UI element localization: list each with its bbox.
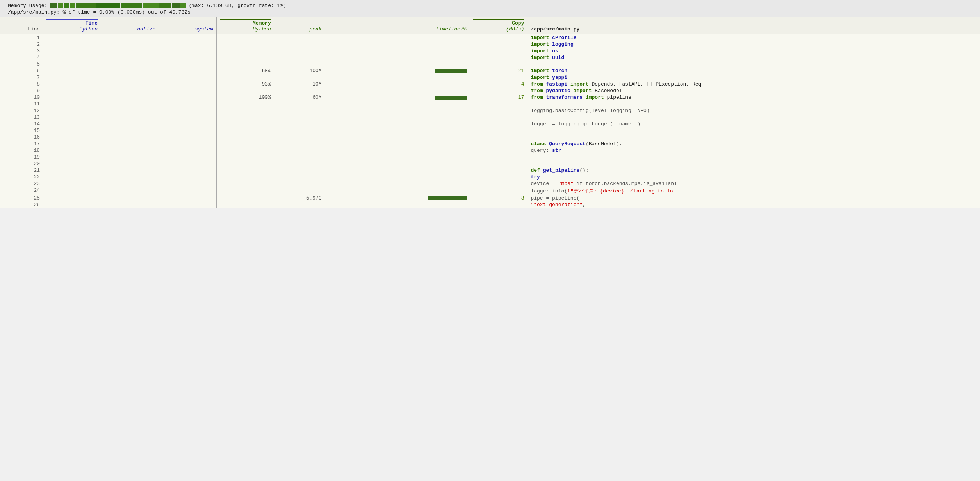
- system: [159, 81, 216, 87]
- copy: [470, 187, 527, 195]
- table-row: 7import yappi: [0, 74, 980, 81]
- time-python: [43, 81, 101, 87]
- native: [101, 34, 159, 41]
- copy: [470, 134, 527, 141]
- peak: [274, 180, 325, 187]
- system: [159, 74, 216, 81]
- memory-max-label: (max: 6.139 GB, growth rate: 1%): [189, 3, 286, 9]
- table-row: 255.97G8 pipe = pipeline(: [0, 195, 980, 201]
- line-number: 8: [0, 81, 43, 87]
- copy: [470, 147, 527, 154]
- native: [101, 201, 159, 208]
- system: [159, 180, 216, 187]
- native: [101, 94, 159, 101]
- code: [527, 154, 980, 160]
- mem-python: 93%: [216, 81, 274, 87]
- time-python: [43, 195, 101, 201]
- line-number: 1: [0, 34, 43, 41]
- copy: [470, 34, 527, 41]
- table-row: 16: [0, 134, 980, 141]
- line-number: 12: [0, 107, 43, 114]
- time-python: [43, 107, 101, 114]
- native: [101, 68, 159, 74]
- time-python: [43, 180, 101, 187]
- time-python: [43, 41, 101, 48]
- system: [159, 174, 216, 180]
- peak: [274, 134, 325, 141]
- mem-python: [216, 48, 274, 54]
- line-number: 23: [0, 180, 43, 187]
- line-number: 18: [0, 147, 43, 154]
- timeline: [325, 195, 470, 201]
- table-row: 1import cProfile: [0, 34, 980, 41]
- mem-python: [216, 180, 274, 187]
- table-row: 22 try:: [0, 174, 980, 180]
- native: [101, 114, 159, 121]
- mem-python: [216, 107, 274, 114]
- line-number: 5: [0, 61, 43, 68]
- timeline: [325, 87, 470, 94]
- time-python: [43, 74, 101, 81]
- code: pipe = pipeline(: [527, 195, 980, 201]
- code: import torch: [527, 68, 980, 74]
- system: [159, 167, 216, 174]
- native: [101, 107, 159, 114]
- peak: [274, 87, 325, 94]
- system: [159, 34, 216, 41]
- table-row: 17class QueryRequest(BaseModel):: [0, 141, 980, 147]
- line-number: 7: [0, 74, 43, 81]
- time-python: [43, 61, 101, 68]
- timeline: [325, 160, 470, 167]
- mem-python: [216, 195, 274, 201]
- timeline: [325, 68, 470, 74]
- table-row: 12logging.basicConfig(level=logging.INFO…: [0, 107, 980, 114]
- peak: [274, 41, 325, 48]
- mem-python: [216, 127, 274, 134]
- code: "text-generation",: [527, 201, 980, 208]
- peak: [274, 74, 325, 81]
- line-number: 4: [0, 54, 43, 61]
- code: import logging: [527, 41, 980, 48]
- col-header-memory-python: Memory Python: [216, 17, 274, 34]
- native: [101, 187, 159, 195]
- code: from transformers import pipeline: [527, 94, 980, 101]
- table-row: 11: [0, 101, 980, 107]
- native: [101, 154, 159, 160]
- copy: [470, 174, 527, 180]
- table-row: 18 query: str: [0, 147, 980, 154]
- timeline: [325, 114, 470, 121]
- native: [101, 81, 159, 87]
- timeline: [325, 167, 470, 174]
- line-number: 19: [0, 154, 43, 160]
- line-number: 15: [0, 127, 43, 134]
- system: [159, 201, 216, 208]
- code: import cProfile: [527, 34, 980, 41]
- memory-usage-line: Memory usage: (max: 6.139 GB, growth rat…: [8, 2, 972, 9]
- time-python: [43, 87, 101, 94]
- native: [101, 147, 159, 154]
- timeline: [325, 187, 470, 195]
- native: [101, 127, 159, 134]
- timeline: [325, 121, 470, 127]
- table-row: 13: [0, 114, 980, 121]
- copy: [470, 154, 527, 160]
- peak: [274, 61, 325, 68]
- timeline: [325, 61, 470, 68]
- peak: [274, 101, 325, 107]
- native: [101, 74, 159, 81]
- native: [101, 87, 159, 94]
- peak: 100M: [274, 68, 325, 74]
- table-row: 26 "text-generation",: [0, 201, 980, 208]
- line-number: 3: [0, 48, 43, 54]
- code: device = "mps" if torch.backends.mps.is_…: [527, 180, 980, 187]
- native: [101, 167, 159, 174]
- system: [159, 101, 216, 107]
- mem-python: [216, 187, 274, 195]
- line-number: 17: [0, 141, 43, 147]
- copy: [470, 180, 527, 187]
- col-header-line: Line: [0, 17, 43, 34]
- mem-python: [216, 74, 274, 81]
- code: import yappi: [527, 74, 980, 81]
- line-number: 13: [0, 114, 43, 121]
- copy: [470, 114, 527, 121]
